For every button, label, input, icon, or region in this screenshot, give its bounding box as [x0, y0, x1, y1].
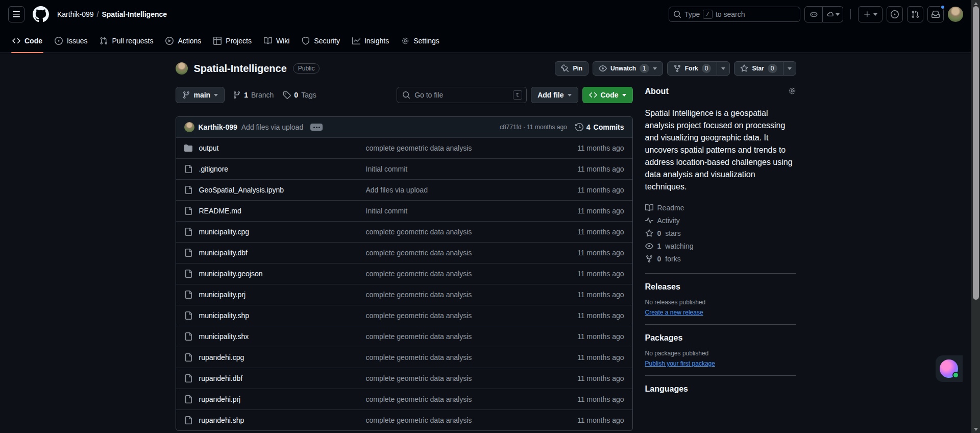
tab-insights[interactable]: Insights [346, 29, 395, 53]
file-commit-message[interactable]: Initial commit [366, 207, 548, 215]
file-commit-message[interactable]: complete geometric data analysis [366, 270, 548, 278]
forks-link[interactable]: 0 forks [645, 252, 796, 265]
inbox-icon [932, 10, 940, 18]
tab-code[interactable]: Code [6, 29, 48, 53]
fork-dropdown-button[interactable] [717, 61, 730, 76]
file-name-link[interactable]: municipality.cpg [184, 228, 366, 236]
file-commit-message[interactable]: complete geometric data analysis [366, 291, 548, 299]
forks-count: 0 [702, 64, 712, 73]
star-button[interactable]: Star 0 [734, 61, 783, 76]
packages-empty-text: No packages published [645, 350, 796, 357]
repo-description: Spatial Intelligence is a geospatial ana… [645, 107, 796, 193]
tab-actions[interactable]: Actions [159, 29, 207, 53]
search-icon [402, 91, 410, 99]
tab-settings[interactable]: Settings [395, 29, 446, 53]
your-pull-requests-button[interactable] [907, 6, 923, 22]
code-dropdown-button[interactable]: Code [582, 87, 633, 103]
commit-sha-and-time[interactable]: c8771fd · 11 months ago [500, 124, 567, 131]
fork-button[interactable]: Fork 0 [667, 61, 718, 76]
global-search-input[interactable]: Type / to search [669, 7, 800, 22]
add-file-label: Add file [537, 91, 564, 99]
readme-link[interactable]: Readme [645, 201, 796, 214]
commit-ellipsis-button[interactable] [310, 124, 323, 131]
create-release-link[interactable]: Create a new release [645, 309, 703, 316]
tab-projects[interactable]: Projects [207, 29, 258, 53]
go-to-file-input[interactable]: Go to file t [397, 87, 527, 103]
file-name-link[interactable]: GeoSpatial_Analysis.ipynb [184, 186, 366, 194]
file-name-link[interactable]: municipality.shx [184, 332, 366, 341]
create-new-button[interactable] [858, 6, 883, 22]
file-name-link[interactable]: rupandehi.prj [184, 395, 366, 403]
scrollbar-thumb[interactable] [973, 6, 979, 300]
github-logo[interactable] [33, 6, 49, 22]
your-issues-button[interactable] [887, 6, 903, 22]
slash-key-hint: / [703, 10, 713, 19]
edit-about-gear-button[interactable] [788, 87, 796, 95]
commit-author-link[interactable]: Karthik-099 [199, 123, 237, 131]
copilot-dropdown-button[interactable] [823, 6, 843, 22]
file-commit-message[interactable]: complete geometric data analysis [366, 228, 548, 236]
file-name-link[interactable]: rupandehi.shp [184, 416, 366, 424]
file-name-link[interactable]: municipality.prj [184, 291, 366, 299]
branch-selector-button[interactable]: main [176, 87, 225, 103]
file-commit-message[interactable]: complete geometric data analysis [366, 374, 548, 382]
file-commit-message[interactable]: complete geometric data analysis [366, 144, 548, 152]
file-name-link[interactable]: rupandehi.dbf [184, 374, 366, 382]
scrollbar-down-arrow[interactable] [974, 428, 978, 431]
file-name-link[interactable]: README.md [184, 207, 366, 215]
repo-title[interactable]: Spatial-Intelligence [194, 63, 287, 75]
notifications-inbox-button[interactable] [927, 6, 944, 22]
file-commit-message[interactable]: complete geometric data analysis [366, 332, 548, 341]
branches-link[interactable]: 1 Branch [233, 91, 274, 99]
commit-history-link[interactable]: 4 Commits [575, 123, 624, 131]
pin-button[interactable]: Pin [555, 61, 589, 76]
file-commit-message[interactable]: complete geometric data analysis [366, 395, 548, 403]
hamburger-menu-button[interactable] [8, 6, 24, 22]
tab-wiki[interactable]: Wiki [258, 29, 296, 53]
repo-owner-avatar[interactable] [176, 62, 188, 75]
scrollbar-up-arrow[interactable] [974, 2, 978, 5]
file-name: municipality.prj [199, 291, 246, 299]
book-icon [645, 204, 653, 212]
table-row: municipality.shp complete geometric data… [176, 305, 632, 326]
file-icon [184, 228, 192, 236]
table-row: rupandehi.prj complete geometric data an… [176, 389, 632, 410]
chevron-down-icon [568, 94, 572, 97]
user-avatar[interactable] [948, 7, 963, 22]
commit-author-avatar[interactable] [184, 122, 194, 132]
table-icon [213, 37, 222, 45]
tab-security[interactable]: Security [296, 29, 346, 53]
file-commit-time: 11 months ago [577, 207, 624, 215]
stars-link[interactable]: 0 stars [645, 227, 796, 239]
file-commit-message[interactable]: complete geometric data analysis [366, 249, 548, 257]
unwatch-button[interactable]: Unwatch 1 [593, 61, 663, 76]
file-commit-message[interactable]: complete geometric data analysis [366, 416, 548, 424]
file-name: README.md [199, 207, 241, 215]
watching-link[interactable]: 1 watching [645, 239, 796, 252]
tags-link[interactable]: 0 Tags [283, 91, 316, 99]
file-name-link[interactable]: municipality.shp [184, 311, 366, 320]
assistant-float-widget[interactable] [936, 355, 963, 382]
file-commit-message[interactable]: Add files via upload [366, 186, 548, 194]
file-commit-message[interactable]: complete geometric data analysis [366, 353, 548, 362]
copilot-button[interactable] [804, 6, 823, 22]
tab-pull-requests[interactable]: Pull requests [93, 29, 159, 53]
star-dropdown-button[interactable] [783, 61, 796, 76]
file-commit-message[interactable]: Initial commit [366, 165, 548, 173]
file-name-link[interactable]: rupandehi.cpg [184, 353, 366, 362]
activity-link[interactable]: Activity [645, 214, 796, 227]
breadcrumb-owner-link[interactable]: Karthik-099 [57, 10, 94, 18]
add-file-button[interactable]: Add file [531, 87, 578, 103]
file-commit-time: 11 months ago [577, 311, 624, 320]
file-name-link[interactable]: .gitignore [184, 165, 366, 173]
file-name-link[interactable]: municipality.geojson [184, 270, 366, 278]
file-name-link[interactable]: municipality.dbf [184, 249, 366, 257]
issue-opened-icon [891, 10, 899, 18]
tab-issues[interactable]: Issues [48, 29, 93, 53]
breadcrumb-repo-link[interactable]: Spatial-Intelligence [102, 10, 167, 18]
commit-message-link[interactable]: Add files via upload [241, 123, 303, 131]
file-commit-message[interactable]: complete geometric data analysis [366, 311, 548, 320]
fork-button-group: Fork 0 [667, 61, 730, 76]
file-name-link[interactable]: output [184, 144, 366, 152]
publish-package-link[interactable]: Publish your first package [645, 360, 715, 367]
